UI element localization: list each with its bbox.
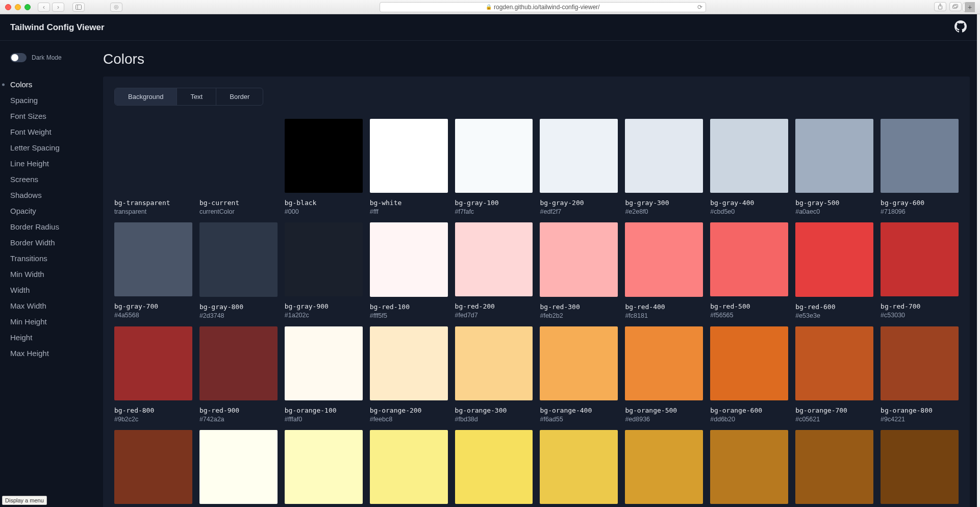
swatch-bg-yellow-900[interactable]: bg-yellow-900#744210 [881,430,959,507]
minimize-window-button[interactable] [15,4,21,10]
sidebar-item-transitions[interactable]: Transitions [6,250,94,266]
swatch-bg-yellow-500[interactable]: bg-yellow-500#ecc94b [540,430,618,507]
swatch-bg-orange-400[interactable]: bg-orange-400#f6ad55 [540,326,618,423]
swatch-bg-red-700[interactable]: bg-red-700#c53030 [881,222,959,319]
share-button[interactable] [934,2,946,11]
swatch-bg-orange-600[interactable]: bg-orange-600#dd6b20 [710,326,788,423]
new-tab-button[interactable]: + [965,2,975,12]
nav-list: ColorsSpacingFont SizesFont WeightLetter… [6,77,94,361]
sidebar-item-colors[interactable]: Colors [6,77,94,92]
sidebar-item-letter-spacing[interactable]: Letter Spacing [6,140,94,156]
swatch-bg-orange-100[interactable]: bg-orange-100#fffaf0 [285,326,363,423]
swatch-value: #e53e3e [795,312,873,319]
reader-mode-button[interactable]: ◎ [110,3,122,12]
sidebar-item-font-sizes[interactable]: Font Sizes [6,108,94,124]
sidebar-item-min-width[interactable]: Min Width [6,266,94,282]
swatch-bg-gray-100[interactable]: bg-gray-100#f7fafc [455,119,533,215]
swatch-bg-yellow-300[interactable]: bg-yellow-300#faf089 [370,430,448,507]
swatch-chip [881,222,959,296]
sidebar-item-border-width[interactable]: Border Width [6,235,94,250]
reload-icon[interactable]: ⟳ [697,4,702,11]
tabs-button[interactable] [949,2,962,11]
sidebar-item-font-weight[interactable]: Font Weight [6,124,94,140]
swatch-chip [455,119,533,193]
swatch-bg-gray-500[interactable]: bg-gray-500#a0aec0 [795,119,873,215]
sidebar-item-spacing[interactable]: Spacing [6,92,94,108]
tab-background[interactable]: Background [115,88,177,105]
lock-icon: 🔒 [486,4,492,10]
swatch-bg-orange-800[interactable]: bg-orange-800#9c4221 [881,326,959,423]
swatch-chip [285,222,363,296]
swatch-name: bg-orange-600 [710,407,788,414]
swatch-bg-red-100[interactable]: bg-red-100#fff5f5 [370,222,448,319]
swatch-value: #cbd5e0 [710,208,788,215]
swatch-value: #9c4221 [881,416,959,423]
swatch-bg-gray-700[interactable]: bg-gray-700#4a5568 [114,222,192,319]
github-link[interactable] [954,20,967,35]
swatch-bg-red-800[interactable]: bg-red-800#9b2c2c [114,326,192,423]
swatch-value: #edf2f7 [540,208,618,215]
sidebar-toggle-button[interactable] [72,3,85,12]
sidebar-item-line-height[interactable]: Line Height [6,156,94,171]
swatch-name: bg-red-800 [114,407,192,414]
sidebar-item-max-height[interactable]: Max Height [6,345,94,361]
swatch-bg-gray-300[interactable]: bg-gray-300#e2e8f0 [625,119,703,215]
swatch-bg-gray-900[interactable]: bg-gray-900#1a202c [285,222,363,319]
swatch-name: bg-gray-300 [625,199,703,207]
swatch-bg-white[interactable]: bg-white#fff [370,119,448,215]
swatch-bg-gray-400[interactable]: bg-gray-400#cbd5e0 [710,119,788,215]
swatch-bg-gray-200[interactable]: bg-gray-200#edf2f7 [540,119,618,215]
swatch-bg-red-900[interactable]: bg-red-900#742a2a [199,326,278,423]
swatch-value: #fff5f5 [370,312,448,319]
swatch-bg-orange-700[interactable]: bg-orange-700#c05621 [795,326,873,423]
swatch-bg-yellow-800[interactable]: bg-yellow-800#975a16 [795,430,873,507]
sidebar-item-min-height[interactable]: Min Height [6,314,94,329]
dark-mode-label: Dark Mode [32,54,62,61]
swatch-bg-orange-200[interactable]: bg-orange-200#feebc8 [370,326,448,423]
swatch-bg-current[interactable]: bg-currentcurrentColor [199,119,278,215]
tab-text[interactable]: Text [177,88,216,105]
swatch-bg-orange-500[interactable]: bg-orange-500#ed8936 [625,326,703,423]
sidebar-item-max-width[interactable]: Max Width [6,298,94,314]
app-header: Tailwind Config Viewer [0,14,977,41]
address-bar[interactable]: 🔒 rogden.github.io/tailwind-config-viewe… [380,2,706,12]
swatch-value: #9b2c2c [114,416,192,423]
sidebar-item-screens[interactable]: Screens [6,171,94,187]
forward-button[interactable]: › [52,3,64,12]
maximize-window-button[interactable] [24,4,31,10]
swatch-name: bg-orange-100 [285,407,363,414]
swatch-chip [114,326,192,400]
tab-border[interactable]: Border [216,88,263,105]
swatch-bg-red-600[interactable]: bg-red-600#e53e3e [795,222,873,319]
swatch-value: #718096 [881,208,959,215]
swatch-bg-red-300[interactable]: bg-red-300#feb2b2 [540,222,618,319]
swatch-value: #fbd38d [455,416,533,423]
back-button[interactable]: ‹ [38,3,50,12]
swatch-grid: bg-transparenttransparentbg-currentcurre… [114,119,959,507]
swatch-bg-gray-600[interactable]: bg-gray-600#718096 [881,119,959,215]
swatch-chip [285,119,363,193]
swatch-bg-transparent[interactable]: bg-transparenttransparent [114,119,192,215]
swatch-bg-red-400[interactable]: bg-red-400#fc8181 [625,222,703,319]
swatch-bg-red-200[interactable]: bg-red-200#fed7d7 [455,222,533,319]
swatch-value: #e2e8f0 [625,208,703,215]
swatch-bg-orange-900[interactable]: bg-orange-900#7b341e [114,430,192,507]
swatch-bg-orange-300[interactable]: bg-orange-300#fbd38d [455,326,533,423]
close-window-button[interactable] [5,4,11,10]
swatch-bg-yellow-400[interactable]: bg-yellow-400#f6e05e [455,430,533,507]
swatch-bg-gray-800[interactable]: bg-gray-800#2d3748 [199,222,278,319]
swatch-chip [710,222,788,296]
swatch-bg-black[interactable]: bg-black#000 [285,119,363,215]
swatch-bg-yellow-700[interactable]: bg-yellow-700#b7791f [710,430,788,507]
sidebar-item-shadows[interactable]: Shadows [6,187,94,203]
sidebar-item-width[interactable]: Width [6,282,94,298]
swatch-bg-yellow-100[interactable]: bg-yellow-100#fffff0 [199,430,278,507]
swatch-bg-red-500[interactable]: bg-red-500#f56565 [710,222,788,319]
sidebar-item-opacity[interactable]: Opacity [6,203,94,219]
swatch-name: bg-red-500 [710,302,788,310]
sidebar-item-height[interactable]: Height [6,329,94,345]
dark-mode-toggle[interactable] [10,53,27,62]
sidebar-item-border-radius[interactable]: Border Radius [6,219,94,235]
swatch-bg-yellow-600[interactable]: bg-yellow-600#d69e2e [625,430,703,507]
swatch-bg-yellow-200[interactable]: bg-yellow-200#fefcbf [285,430,363,507]
